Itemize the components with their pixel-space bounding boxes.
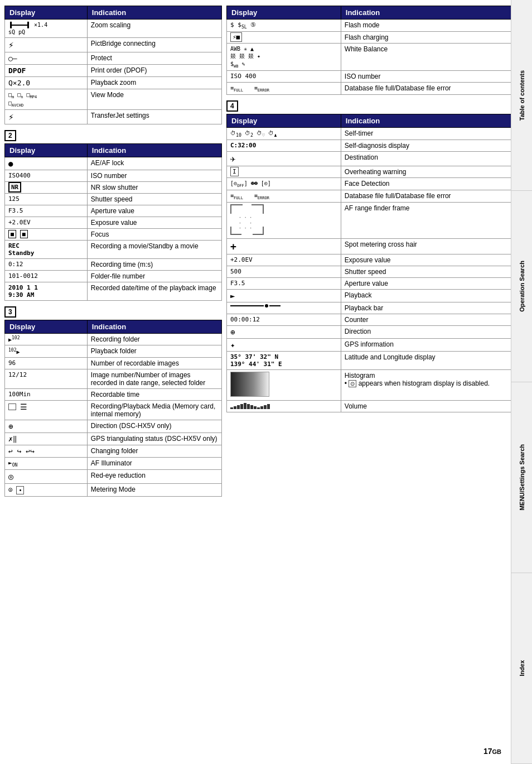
display-cell: ►ON — [5, 457, 88, 469]
indication-cell: Self-diagnosis display — [341, 140, 527, 152]
histogram-icon — [230, 372, 269, 397]
col-indication-4: Indication — [341, 114, 527, 128]
table-row: 96 Number of recordable images — [5, 357, 222, 369]
display-cell: 100Min — [5, 388, 88, 400]
indication-cell: Print order (DPOF) — [87, 65, 221, 77]
table-row: · · ·· ·· · · AF range finder frame — [227, 203, 528, 239]
indication-cell: Red-eye reduction — [87, 469, 221, 483]
table-2: Display Indication ● AE/AF lock ISO400 I… — [4, 143, 222, 301]
table-3-right: Display Indication $ $SL ⑤ Flash mode ⚡■ — [226, 6, 528, 95]
indication-cell: White Balance — [341, 44, 527, 71]
col-indication-3: Indication — [87, 320, 221, 334]
indication-cell: Recorded date/time of the playback image — [87, 282, 221, 301]
table-row: ►ON AF Illuminator — [5, 457, 222, 469]
display-cell: ○– — [5, 52, 88, 65]
histogram-note: • ⊙ appears when histogram display is di… — [345, 379, 490, 387]
page-number: 17GB — [483, 747, 501, 756]
indication-cell: TransferJet settings — [87, 110, 221, 124]
tab-operation-search[interactable]: Operation Search — [511, 191, 532, 382]
playback-dot — [265, 304, 268, 307]
display-cell: ⏱10 ⏱2 ⏱♡ ⏱♟ — [227, 128, 341, 140]
indication-cell: Shutter speed — [87, 194, 221, 205]
display-cell: ▐▌ ×1.4 sQ pQ — [5, 20, 88, 38]
vol-bar-7 — [250, 405, 253, 409]
display-cell: ISO400 — [5, 170, 88, 182]
indication-cell: Direction (DSC-HX5V only) — [87, 420, 221, 433]
display-cell: I — [227, 166, 341, 178]
table-row: ◎ Red-eye reduction — [5, 469, 222, 483]
display-cell: Q×2.0 — [5, 77, 88, 89]
display-cell: +2.0EV — [5, 217, 88, 229]
display-cell: ■ ■ — [5, 229, 88, 241]
table-row: F3.5 Aperture value — [5, 205, 222, 217]
display-cell: ► — [227, 290, 341, 302]
display-cell: ⚡ — [5, 38, 88, 52]
left-column: Display Indication ▐▌ ×1.4 sQ pQ Zoom sc… — [4, 6, 222, 502]
vol-bar-2 — [234, 406, 236, 409]
tab-index[interactable]: Index — [511, 573, 532, 764]
section-4: 4 Display Indication ⏱10 ⏱2 ⏱♡ ⏱♟ Self-t… — [226, 100, 528, 412]
display-cell: 96 — [5, 357, 88, 369]
page-num-value: 17 — [483, 747, 492, 756]
indication-cell: AF range finder frame — [341, 203, 527, 239]
display-cell: C:32:00 — [227, 140, 341, 152]
display-cell: ≡FULL ≡ERROR — [227, 83, 341, 95]
display-cell: ≡FULL ≡ERROR — [227, 190, 341, 203]
section-1: Display Indication ▐▌ ×1.4 sQ pQ Zoom sc… — [4, 6, 222, 124]
table-row: ISO 400 ISO number — [227, 71, 528, 83]
table-row: ○– Protect — [5, 52, 222, 65]
display-cell: + — [227, 239, 341, 254]
display-cell: F3.5 — [5, 205, 88, 217]
indication-cell: Folder-file number — [87, 271, 221, 282]
display-cell: [⊙OFF] ☻☻ [⊙] — [227, 178, 341, 190]
table-row: 00:00:12 Counter — [227, 314, 528, 326]
vol-bar-4 — [240, 404, 243, 409]
table-row: 102▶ Playback folder — [5, 345, 222, 357]
tab-index-label: Index — [519, 660, 525, 676]
indication-cell: Playback bar — [341, 302, 527, 314]
table-row: ⏱10 ⏱2 ⏱♡ ⏱♟ Self-timer — [227, 128, 528, 140]
display-cell: 0:12 — [5, 259, 88, 271]
vol-bar-1 — [230, 407, 233, 409]
page-suffix: GB — [492, 748, 502, 755]
indication-cell: Recordable time — [87, 388, 221, 400]
table-row: ≡FULL ≡ERROR Database file full/Database… — [227, 83, 528, 95]
indication-cell: Latitude and Longitude display — [341, 352, 527, 370]
table-row: ▐▌ ×1.4 sQ pQ Zoom scaling — [5, 20, 222, 38]
table-row: ISO400 ISO number — [5, 170, 222, 182]
display-cell: 500 — [227, 266, 341, 278]
indication-cell: Recording time (m:s) — [87, 259, 221, 271]
table-row: ⚡ TransferJet settings — [5, 110, 222, 124]
display-cell — [227, 302, 341, 314]
tab-table-of-contents[interactable]: Table of contents — [511, 0, 532, 191]
indication-cell: Spot metering cross hair — [341, 239, 527, 254]
table-row: 0:12 Recording time (m:s) — [5, 259, 222, 271]
table-row: DPOF Print order (DPOF) — [5, 65, 222, 77]
table-row: ⚡■ Flash charging — [227, 32, 528, 44]
indication-cell: Playback folder — [87, 345, 221, 357]
vol-bar-9 — [257, 407, 260, 409]
tab-op-label: Operation Search — [519, 261, 525, 312]
table-row: ► Playback — [227, 290, 528, 302]
display-cell: ✈ — [227, 152, 341, 166]
vol-bar-8 — [254, 406, 257, 409]
indication-cell: Shutter speed — [341, 266, 527, 278]
right-column: Display Indication $ $SL ⑤ Flash mode ⚡■ — [226, 6, 528, 502]
col-indication-1: Indication — [87, 6, 221, 20]
vol-bar-12 — [267, 404, 270, 409]
display-cell: · · ·· ·· · · — [227, 203, 341, 239]
indication-cell: Changing folder — [87, 445, 221, 457]
table-row: AWB ✳ ▲ 燚 燚 燚 ✦ $WB ✎ White Balance — [227, 44, 528, 71]
section-4-label: 4 — [226, 100, 238, 112]
col-display-3r: Display — [227, 6, 341, 20]
af-frame-corner-br — [253, 227, 264, 235]
indication-cell: GPS triangulating status (DSC-HX5V only) — [87, 433, 221, 445]
tab-menu-settings[interactable]: MENU/Settings Search — [511, 382, 532, 573]
indication-cell: Database file full/Database file error — [341, 190, 527, 203]
table-row: 12/12 Image number/Number of images reco… — [5, 369, 222, 388]
indication-cell: Metering Mode — [87, 483, 221, 496]
indication-cell: Exposure value — [341, 254, 527, 266]
table-row: Histogram • ⊙ appears when histogram dis… — [227, 370, 528, 401]
indication-cell: NR slow shutter — [87, 182, 221, 194]
table-row: + Spot metering cross hair — [227, 239, 528, 254]
